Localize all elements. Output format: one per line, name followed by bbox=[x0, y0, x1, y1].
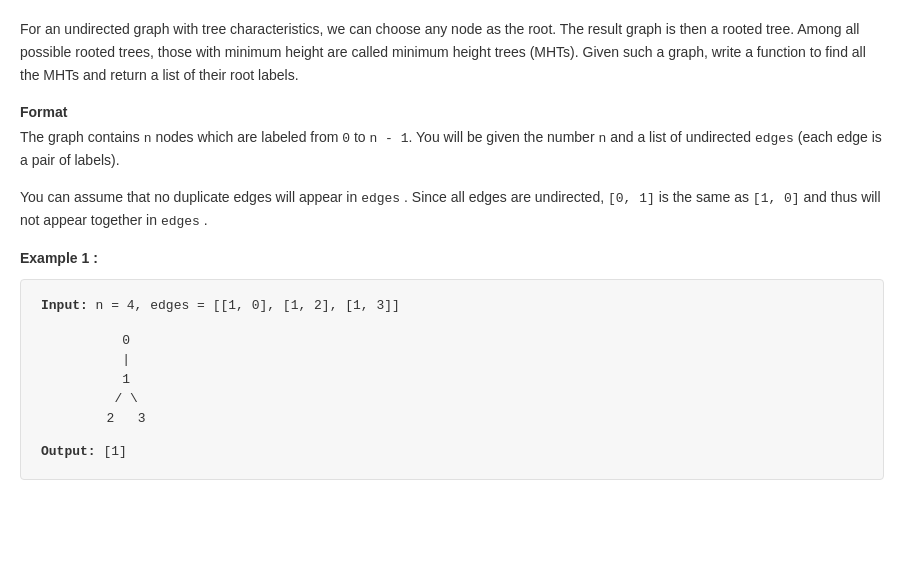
edges-code2: edges bbox=[161, 214, 200, 229]
graph-line-1: | bbox=[91, 350, 863, 370]
graph-line-2: 1 bbox=[91, 370, 863, 390]
edges-bracket2: [1, 0] bbox=[753, 191, 800, 206]
example1-section: Example 1 : Input: n = 4, edges = [[1, 0… bbox=[20, 247, 884, 480]
format-to: to bbox=[350, 129, 369, 145]
format-n1: n bbox=[144, 131, 152, 146]
edges-post: . bbox=[200, 212, 208, 228]
format-post1: . You will be given the number bbox=[409, 129, 599, 145]
graph-diagram: 0 | 1 / \ 2 3 bbox=[41, 331, 863, 429]
example1-output-label: Output: bbox=[41, 444, 96, 459]
edges-bracket1: [0, 1] bbox=[608, 191, 655, 206]
format-mid1: nodes which are labeled from bbox=[152, 129, 343, 145]
edges-mid2: is the same as bbox=[655, 189, 753, 205]
graph-line-4: 2 3 bbox=[91, 409, 863, 429]
intro-paragraph: For an undirected graph with tree charac… bbox=[20, 18, 884, 87]
example1-code-box: Input: n = 4, edges = [[1, 0], [1, 2], [… bbox=[20, 279, 884, 480]
format-section: Format The graph contains n nodes which … bbox=[20, 101, 884, 172]
edges-code1: edges bbox=[361, 191, 400, 206]
example1-input-line: Input: n = 4, edges = [[1, 0], [1, 2], [… bbox=[41, 296, 863, 317]
format-title: Format bbox=[20, 101, 884, 123]
format-post2: and a list of undirected bbox=[606, 129, 755, 145]
format-line: The graph contains n nodes which are lab… bbox=[20, 126, 884, 172]
format-edges: edges bbox=[755, 131, 794, 146]
example1-output-value: [1] bbox=[96, 444, 127, 459]
example1-input-label: Input: bbox=[41, 298, 88, 313]
graph-line-0: 0 bbox=[91, 331, 863, 351]
graph-line-3: / \ bbox=[91, 389, 863, 409]
example1-title: Example 1 : bbox=[20, 247, 884, 269]
example1-input-value: n = 4, edges = [[1, 0], [1, 2], [1, 3]] bbox=[88, 298, 400, 313]
example1-output-line: Output: [1] bbox=[41, 442, 863, 463]
format-pre1: The graph contains bbox=[20, 129, 144, 145]
edges-pre1: You can assume that no duplicate edges w… bbox=[20, 189, 361, 205]
format-nminus: n - 1 bbox=[370, 131, 409, 146]
page-container: For an undirected graph with tree charac… bbox=[0, 0, 904, 510]
edges-section: You can assume that no duplicate edges w… bbox=[20, 186, 884, 233]
format-zero: 0 bbox=[342, 131, 350, 146]
edges-mid1: . Since all edges are undirected, bbox=[400, 189, 608, 205]
